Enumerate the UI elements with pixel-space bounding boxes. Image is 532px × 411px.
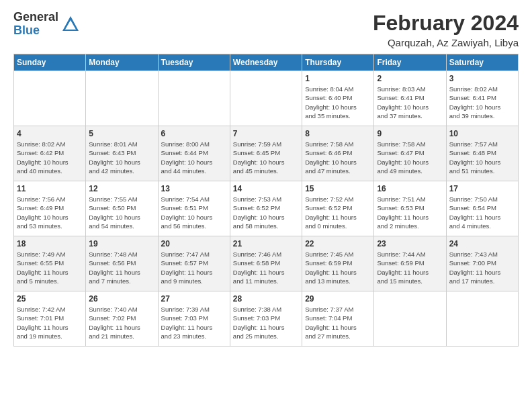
- calendar: Sunday Monday Tuesday Wednesday Thursday…: [13, 54, 519, 347]
- day-info: Sunrise: 8:00 AM Sunset: 6:44 PM Dayligh…: [161, 140, 227, 175]
- title-month: February 2024: [373, 11, 519, 36]
- table-row: 8Sunrise: 7:58 AM Sunset: 6:46 PM Daylig…: [302, 126, 374, 181]
- day-info: Sunrise: 7:46 AM Sunset: 6:58 PM Dayligh…: [233, 250, 299, 285]
- day-number: 15: [305, 184, 371, 193]
- day-number: 11: [17, 184, 83, 193]
- day-info: Sunrise: 8:04 AM Sunset: 6:40 PM Dayligh…: [305, 85, 371, 120]
- day-number: 16: [377, 184, 443, 193]
- table-row: 16Sunrise: 7:51 AM Sunset: 6:53 PM Dayli…: [374, 181, 446, 236]
- day-info: Sunrise: 7:44 AM Sunset: 6:59 PM Dayligh…: [377, 250, 443, 285]
- logo: General Blue: [13, 11, 80, 38]
- day-info: Sunrise: 7:43 AM Sunset: 7:00 PM Dayligh…: [449, 250, 515, 285]
- table-row: 6Sunrise: 8:00 AM Sunset: 6:44 PM Daylig…: [158, 126, 230, 181]
- table-row: 4Sunrise: 8:02 AM Sunset: 6:42 PM Daylig…: [14, 126, 86, 181]
- day-info: Sunrise: 7:39 AM Sunset: 7:03 PM Dayligh…: [161, 305, 227, 340]
- header-thursday: Thursday: [302, 54, 374, 71]
- day-info: Sunrise: 7:58 AM Sunset: 6:46 PM Dayligh…: [305, 140, 371, 175]
- day-info: Sunrise: 7:50 AM Sunset: 6:54 PM Dayligh…: [449, 195, 515, 230]
- table-row: 21Sunrise: 7:46 AM Sunset: 6:58 PM Dayli…: [230, 236, 302, 291]
- table-row: 24Sunrise: 7:43 AM Sunset: 7:00 PM Dayli…: [446, 236, 518, 291]
- table-row: 7Sunrise: 7:59 AM Sunset: 6:45 PM Daylig…: [230, 126, 302, 181]
- table-row: [14, 71, 86, 126]
- header: General Blue February 2024 Qarquzah, Az …: [13, 11, 519, 48]
- table-row: [374, 291, 446, 347]
- header-wednesday: Wednesday: [230, 54, 302, 71]
- table-row: 5Sunrise: 8:01 AM Sunset: 6:43 PM Daylig…: [86, 126, 158, 181]
- table-row: 23Sunrise: 7:44 AM Sunset: 6:59 PM Dayli…: [374, 236, 446, 291]
- calendar-week-row: 11Sunrise: 7:56 AM Sunset: 6:49 PM Dayli…: [14, 181, 519, 236]
- table-row: 9Sunrise: 7:58 AM Sunset: 6:47 PM Daylig…: [374, 126, 446, 181]
- day-number: 14: [233, 184, 299, 193]
- day-info: Sunrise: 7:38 AM Sunset: 7:03 PM Dayligh…: [233, 305, 299, 340]
- day-number: 7: [233, 129, 299, 138]
- day-info: Sunrise: 7:45 AM Sunset: 6:59 PM Dayligh…: [305, 250, 371, 285]
- title-location: Qarquzah, Az Zawiyah, Libya: [373, 37, 519, 48]
- day-number: 25: [17, 294, 83, 304]
- table-row: [446, 291, 518, 347]
- table-row: 22Sunrise: 7:45 AM Sunset: 6:59 PM Dayli…: [302, 236, 374, 291]
- day-number: 18: [17, 239, 83, 248]
- header-monday: Monday: [86, 54, 158, 71]
- day-number: 10: [449, 129, 515, 138]
- table-row: 19Sunrise: 7:48 AM Sunset: 6:56 PM Dayli…: [86, 236, 158, 291]
- day-number: 9: [377, 129, 443, 138]
- table-row: 14Sunrise: 7:53 AM Sunset: 6:52 PM Dayli…: [230, 181, 302, 236]
- table-row: [86, 71, 158, 126]
- table-row: 10Sunrise: 7:57 AM Sunset: 6:48 PM Dayli…: [446, 126, 518, 181]
- table-row: 27Sunrise: 7:39 AM Sunset: 7:03 PM Dayli…: [158, 291, 230, 347]
- day-info: Sunrise: 7:55 AM Sunset: 6:50 PM Dayligh…: [89, 195, 154, 230]
- day-number: 3: [449, 74, 515, 83]
- calendar-week-row: 4Sunrise: 8:02 AM Sunset: 6:42 PM Daylig…: [14, 126, 519, 181]
- title-block: February 2024 Qarquzah, Az Zawiyah, Liby…: [373, 11, 519, 48]
- day-info: Sunrise: 7:53 AM Sunset: 6:52 PM Dayligh…: [233, 195, 299, 230]
- day-number: 4: [17, 129, 83, 138]
- table-row: 1Sunrise: 8:04 AM Sunset: 6:40 PM Daylig…: [302, 71, 374, 126]
- table-row: 20Sunrise: 7:47 AM Sunset: 6:57 PM Dayli…: [158, 236, 230, 291]
- day-info: Sunrise: 7:51 AM Sunset: 6:53 PM Dayligh…: [377, 195, 443, 230]
- day-number: 19: [89, 239, 154, 248]
- day-number: 17: [449, 184, 515, 193]
- day-info: Sunrise: 8:02 AM Sunset: 6:42 PM Dayligh…: [17, 140, 83, 175]
- table-row: [230, 71, 302, 126]
- day-info: Sunrise: 7:37 AM Sunset: 7:04 PM Dayligh…: [305, 305, 371, 340]
- table-row: 2Sunrise: 8:03 AM Sunset: 6:41 PM Daylig…: [374, 71, 446, 126]
- day-info: Sunrise: 7:54 AM Sunset: 6:51 PM Dayligh…: [161, 195, 227, 230]
- day-info: Sunrise: 7:48 AM Sunset: 6:56 PM Dayligh…: [89, 250, 154, 285]
- day-info: Sunrise: 7:56 AM Sunset: 6:49 PM Dayligh…: [17, 195, 83, 230]
- day-number: 28: [233, 294, 299, 304]
- day-number: 29: [305, 294, 371, 304]
- table-row: 25Sunrise: 7:42 AM Sunset: 7:01 PM Dayli…: [14, 291, 86, 347]
- table-row: 11Sunrise: 7:56 AM Sunset: 6:49 PM Dayli…: [14, 181, 86, 236]
- day-number: 2: [377, 74, 443, 83]
- day-number: 12: [89, 184, 154, 193]
- header-sunday: Sunday: [14, 54, 86, 71]
- logo-general: General: [13, 11, 58, 24]
- calendar-week-row: 1Sunrise: 8:04 AM Sunset: 6:40 PM Daylig…: [14, 71, 519, 126]
- day-number: 21: [233, 239, 299, 248]
- day-number: 23: [377, 239, 443, 248]
- table-row: 12Sunrise: 7:55 AM Sunset: 6:50 PM Dayli…: [86, 181, 158, 236]
- logo-icon: [61, 15, 80, 34]
- day-info: Sunrise: 7:52 AM Sunset: 6:52 PM Dayligh…: [305, 195, 371, 230]
- day-number: 20: [161, 239, 227, 248]
- day-info: Sunrise: 8:03 AM Sunset: 6:41 PM Dayligh…: [377, 85, 443, 120]
- header-saturday: Saturday: [446, 54, 518, 71]
- table-row: 26Sunrise: 7:40 AM Sunset: 7:02 PM Dayli…: [86, 291, 158, 347]
- day-number: 8: [305, 129, 371, 138]
- calendar-week-row: 25Sunrise: 7:42 AM Sunset: 7:01 PM Dayli…: [14, 291, 519, 347]
- day-info: Sunrise: 7:57 AM Sunset: 6:48 PM Dayligh…: [449, 140, 515, 175]
- day-info: Sunrise: 7:40 AM Sunset: 7:02 PM Dayligh…: [89, 305, 154, 340]
- day-info: Sunrise: 8:01 AM Sunset: 6:43 PM Dayligh…: [89, 140, 154, 175]
- day-info: Sunrise: 7:49 AM Sunset: 6:55 PM Dayligh…: [17, 250, 83, 285]
- day-number: 26: [89, 294, 154, 304]
- day-number: 1: [305, 74, 371, 83]
- day-number: 5: [89, 129, 154, 138]
- table-row: 3Sunrise: 8:02 AM Sunset: 6:41 PM Daylig…: [446, 71, 518, 126]
- logo-blue: Blue: [13, 24, 58, 38]
- table-row: 15Sunrise: 7:52 AM Sunset: 6:52 PM Dayli…: [302, 181, 374, 236]
- day-number: 6: [161, 129, 227, 138]
- header-tuesday: Tuesday: [158, 54, 230, 71]
- table-row: 17Sunrise: 7:50 AM Sunset: 6:54 PM Dayli…: [446, 181, 518, 236]
- header-friday: Friday: [374, 54, 446, 71]
- day-number: 13: [161, 184, 227, 193]
